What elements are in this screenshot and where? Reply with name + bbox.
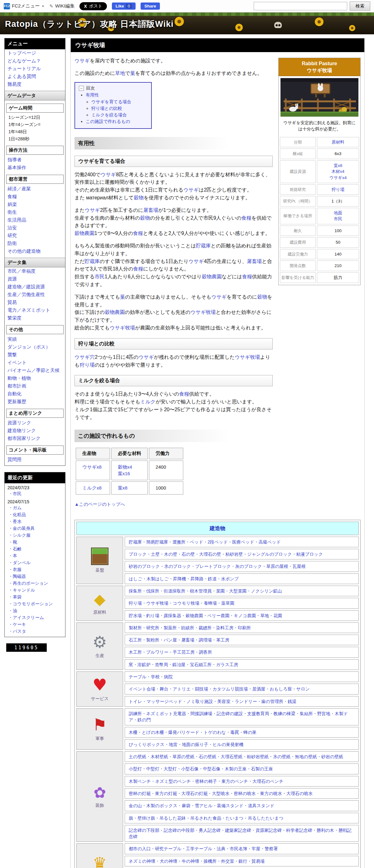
building-link[interactable]: 草原の屋根 [266,564,288,569]
building-link[interactable]: 大理石の壁 [199,552,221,557]
building-link[interactable]: 中型灯 [146,766,159,771]
sidebar-link[interactable]: 自動化 [5,390,65,398]
sidebar-link[interactable]: 電力／ネズミポット [5,306,65,314]
building-link[interactable]: ブルワリー [146,650,168,655]
search-input[interactable] [254,2,347,10]
facebook-like-button[interactable]: Like 0 [112,2,136,10]
building-link[interactable]: 革工房 [216,638,229,643]
building-link[interactable]: ベッド [190,539,203,545]
building-link[interactable]: おもしろ窟 [270,686,292,691]
recent-update-link[interactable]: 靴 [5,539,65,546]
building-link[interactable]: ヒルの巣発射機 [212,742,243,747]
recent-update-link[interactable]: 陶磁器 [5,573,65,580]
sidebar-link[interactable]: 動物・植物 [5,374,65,382]
building-link[interactable]: 地雷 [169,742,178,747]
building-link[interactable]: ノミ取り施設 [186,699,213,704]
recent-update-link[interactable]: ガム [5,504,65,512]
building-link[interactable]: 毒罠 [230,730,239,735]
building-link[interactable]: 記念碑の下段部 [129,828,159,833]
building-link[interactable]: 造幣局 [155,662,168,667]
building-link[interactable]: テーブル [129,674,146,679]
building-link[interactable]: 石の壁紙 [199,754,216,759]
building-link[interactable]: 牛の神壇 [182,859,199,864]
building-link[interactable]: 粘液ブロック [296,552,323,557]
inline-wiki-link[interactable]: 食糧 [133,266,143,272]
inline-wiki-link[interactable]: 食糧 [179,391,189,397]
inline-wiki-link[interactable]: 穀物 [257,294,267,300]
inline-wiki-link[interactable]: 穀物農園 [74,230,95,236]
building-link[interactable]: ジャングルのブロック [247,552,292,557]
building-link[interactable]: 小型石像 [181,766,199,771]
building-link[interactable]: はしご [129,576,142,581]
building-link[interactable]: ベリー農園 [207,613,229,618]
building-link[interactable]: 木製ベンチ [129,779,151,784]
building-link[interactable]: 美容室 [217,699,230,704]
building-link[interactable]: 養蜂場 [204,600,217,606]
building-link[interactable]: 灰のブロック [235,564,262,569]
building-link[interactable]: 昇降路 [191,576,204,581]
building-link[interactable]: 記念碑の建設 [216,711,243,716]
building-link[interactable]: 都市の入口 [129,846,150,851]
sidebar-link[interactable]: 防衛 [5,240,65,247]
inline-wiki-link[interactable]: ミルクx8 [82,485,102,491]
inline-wiki-link[interactable]: ウサギx4 [330,175,347,180]
building-link[interactable]: 木工所 [129,650,142,655]
building-link[interactable]: プレートブロック [195,564,231,569]
recent-update-link[interactable]: 革袋 [5,594,65,600]
inline-wiki-link[interactable]: 葉x16 [118,471,130,476]
sidebar-link[interactable]: 市民／幸福度 [5,268,65,275]
building-link[interactable]: 裁縫所 [199,625,212,630]
building-link[interactable]: とげの木柵 [142,730,164,735]
building-link[interactable]: 爆発バリケード [168,730,199,735]
building-link[interactable]: 大理石の灯籠 [181,791,208,796]
sidebar-link[interactable]: 建造物／建設資源 [5,283,65,291]
recent-update-link[interactable]: キャンドル [5,587,65,594]
building-link[interactable]: 石の壁 [182,552,195,557]
sidebar-link[interactable]: 襲撃 [5,351,65,359]
building-link[interactable]: 勇人記念碑 [199,828,220,833]
building-link[interactable]: 道具スタンド [248,803,274,808]
building-link[interactable]: 砂岩のブロック [129,564,160,569]
building-link[interactable]: 高級ベッド [259,539,281,545]
sidebar-link[interactable]: どんなゲーム？ [5,57,65,65]
inline-wiki-link[interactable]: ウサギ牧場 [235,354,260,360]
building-link[interactable]: 牢屋 [251,846,260,851]
building-link[interactable]: 木製はしご [146,576,169,581]
building-link[interactable]: 操機所 [204,859,216,864]
building-link[interactable]: 小型灯 [129,766,142,771]
building-link[interactable]: 石製の王座 [251,766,273,771]
inline-wiki-link[interactable]: 穀物農園 [105,310,125,315]
toc-link[interactable]: 有用性 [86,92,99,97]
building-link[interactable]: 間接訓練場 [191,711,212,716]
inline-wiki-link[interactable]: 食糧 [133,230,143,236]
building-link[interactable]: 貯水場 [129,613,142,618]
sidebar-link[interactable]: イベント [5,359,65,367]
building-link[interactable]: 運搬所 [172,539,185,545]
recent-update-link[interactable]: コウモリポーション [5,600,65,608]
building-link[interactable]: 吊るした花鉢 [159,815,186,820]
building-link[interactable]: ノクシリン鉱山 [251,588,282,593]
building-link[interactable]: 製材所 [129,625,142,630]
sidebar-link[interactable]: 資源 [5,275,65,283]
inline-wiki-link[interactable]: 葉 [120,294,125,300]
inline-wiki-link[interactable]: 葉x8 [334,163,342,168]
building-link[interactable]: パン屋 [164,638,177,643]
search-button[interactable]: 検索 [350,2,370,10]
building-link[interactable]: 貯蔵庫 [129,539,142,545]
building-link[interactable]: 瓦屋根 [293,564,306,569]
building-link[interactable]: 水ポンプ [221,576,239,581]
building-link[interactable]: 粘砂岩壁紙 [247,754,269,759]
toc-link[interactable]: 狩り場との比較 [91,106,122,111]
building-link[interactable]: 土壁 [151,552,160,557]
inline-wiki-link[interactable]: ミルク [140,399,156,404]
building-link[interactable]: 氷のブロック [164,564,191,569]
inline-wiki-link[interactable]: 地面 [334,211,342,215]
building-link[interactable]: 木柵 [129,730,137,735]
building-link[interactable]: 野営地 [317,711,330,716]
sidebar-link[interactable]: 研究 [5,232,65,240]
building-link[interactable]: 街道採取所 [164,588,185,593]
sidebar-link[interactable]: 質問用 [5,456,65,464]
recent-update-link[interactable]: シルク服 [5,532,65,539]
building-link[interactable]: 歯の管理所 [262,699,283,704]
building-link[interactable]: 無地の壁紙 [295,754,317,759]
